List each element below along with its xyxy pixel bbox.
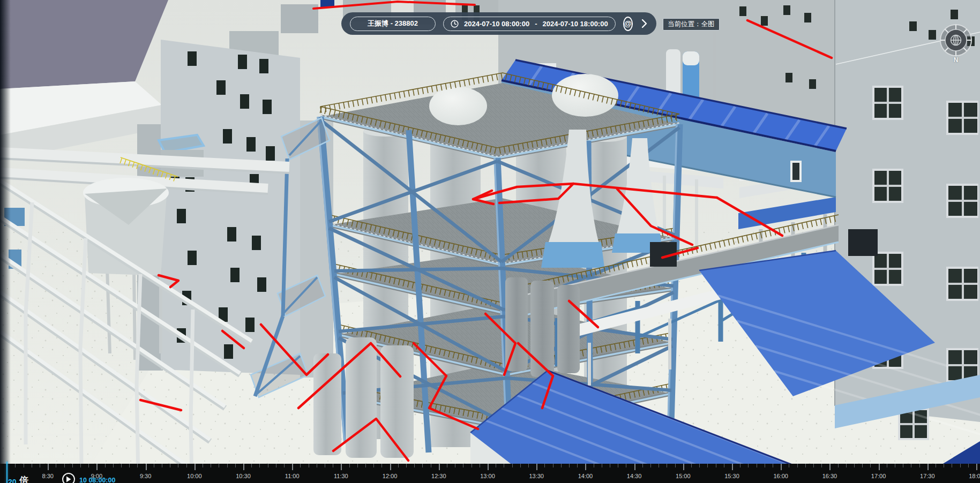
timeline-major-tick (96, 464, 98, 470)
timeline-time-label: 12:30 (423, 473, 455, 479)
timeline-minor-tick (659, 464, 659, 467)
start-datetime[interactable]: 2024-07-10 08:00:00 (464, 20, 529, 28)
timeline-major-tick (390, 464, 391, 470)
timeline-minor-tick (259, 464, 260, 467)
timeline-time-label: 13:00 (472, 473, 504, 479)
timeline-minor-tick (472, 464, 472, 467)
timeline-minor-tick (317, 464, 317, 467)
scene-3d-viewport[interactable] (0, 0, 980, 483)
person-selector[interactable]: 王振博 - 238802 (350, 17, 436, 31)
timeline-minor-tick (919, 464, 920, 467)
timeline-minor-tick (325, 464, 325, 467)
timeline-playhead[interactable] (6, 462, 8, 483)
timeline-minor-tick (56, 464, 56, 467)
timeline-minor-tick (699, 464, 700, 467)
timeline-major-tick (292, 464, 293, 470)
timeline-minor-tick (748, 464, 749, 467)
timeline-minor-tick (854, 464, 855, 467)
timeline-minor-tick (862, 464, 863, 467)
timeline-time-label: 14:00 (569, 473, 601, 479)
timeline-minor-tick (512, 464, 513, 467)
timeline-bar[interactable]: 8:309:009:3010:0010:3011:0011:3012:0012:… (0, 464, 980, 483)
timeline-minor-tick (838, 464, 839, 467)
timeline-minor-tick (414, 464, 415, 467)
timeline-major-tick (146, 464, 147, 470)
timeline-time-label: 17:00 (863, 473, 895, 479)
time-range-picker[interactable]: 2024-07-10 08:00:00 - 2024-07-10 18:00:0… (443, 17, 616, 31)
timeline-major-tick (781, 464, 782, 470)
globe-icon (951, 35, 961, 46)
timeline-minor-tick (765, 464, 765, 467)
timeline-minor-tick (650, 464, 651, 467)
timeline-major-tick (829, 464, 831, 470)
timeline-minor-tick (691, 464, 692, 467)
speed-label: 倍数 (19, 474, 29, 483)
timeline-minor-tick (309, 464, 309, 467)
timeline-minor-tick (544, 464, 545, 467)
play-button[interactable] (62, 473, 75, 483)
timeline-minor-tick (870, 464, 871, 467)
locate-track-button[interactable]: @ (623, 17, 633, 31)
timeline-minor-tick (797, 464, 798, 467)
timeline-minor-tick (447, 464, 447, 467)
timeline-minor-tick (561, 464, 562, 467)
timeline-minor-tick (365, 464, 366, 467)
timeline-minor-tick (936, 464, 936, 467)
timeline-time-label: 16:00 (765, 473, 797, 479)
play-icon (66, 476, 71, 482)
timeline-minor-tick (15, 464, 16, 467)
person-label: 王振博 - 238802 (368, 19, 418, 28)
timeline-minor-tick (333, 464, 333, 467)
timeline-minor-tick (154, 464, 154, 467)
timeline-minor-tick (203, 464, 203, 467)
timeline-minor-tick (805, 464, 806, 467)
timeline-minor-tick (227, 464, 228, 467)
timeline-minor-tick (178, 464, 178, 467)
range-separator: - (535, 20, 537, 28)
timeline-minor-tick (642, 464, 643, 467)
timeline-minor-tick (675, 464, 676, 467)
timeline-minor-tick (251, 464, 252, 467)
chevron-right-icon (640, 18, 648, 29)
dome-tank (429, 87, 487, 125)
at-circle-icon: @ (624, 19, 632, 28)
timeline-minor-tick (398, 464, 399, 467)
timeline-time-label: 9:30 (130, 473, 162, 479)
timeline-minor-tick (406, 464, 407, 467)
speed-value[interactable]: 20 (8, 478, 17, 483)
dome-tank (552, 74, 618, 117)
timeline-minor-tick (284, 464, 285, 467)
timeline-minor-tick (610, 464, 610, 467)
timeline-major-tick (585, 464, 586, 470)
timeline-minor-tick (211, 464, 211, 467)
compass-north-label: N (939, 56, 973, 64)
timeline-minor-tick (162, 464, 162, 467)
timeline-minor-tick (422, 464, 423, 467)
timeline-minor-tick (137, 464, 138, 467)
timeline-minor-tick (911, 464, 911, 467)
current-playback-time: 10 08:00:00 (79, 477, 115, 483)
compass-widget[interactable]: N (939, 23, 973, 68)
timeline-minor-tick (960, 464, 961, 467)
timeline-minor-tick (32, 464, 32, 467)
timeline-major-tick (879, 464, 880, 470)
timeline-major-tick (341, 464, 342, 470)
timeline-time-label: 12:00 (374, 473, 406, 479)
timeline-minor-tick (626, 464, 626, 467)
timeline-time-label: 8:30 (32, 473, 64, 479)
timeline-major-tick (243, 464, 244, 470)
next-button[interactable] (640, 18, 648, 29)
end-datetime[interactable]: 2024-07-10 18:00:00 (543, 20, 608, 28)
timeline-time-label: 15:30 (716, 473, 748, 479)
timeline-minor-tick (968, 464, 969, 467)
timeline-minor-tick (821, 464, 822, 467)
timeline-minor-tick (789, 464, 789, 467)
timeline-minor-tick (219, 464, 219, 467)
timeline-major-tick (488, 464, 489, 470)
timeline-major-tick (927, 464, 929, 470)
timeline-minor-tick (895, 464, 895, 467)
timeline-minor-tick (80, 464, 81, 467)
timeline-time-label: 10:00 (178, 473, 211, 479)
timeline-minor-tick (186, 464, 187, 467)
timeline-minor-tick (431, 464, 431, 467)
